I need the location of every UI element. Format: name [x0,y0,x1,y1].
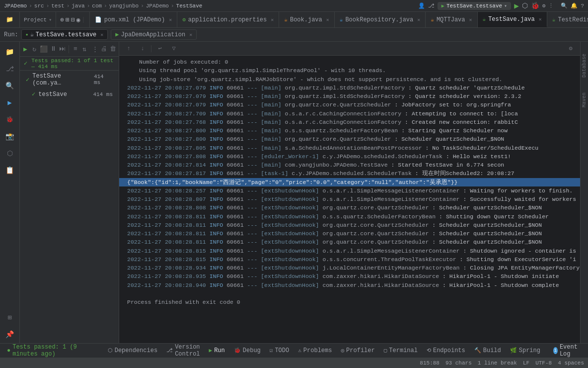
todo-btn[interactable]: ☑ TODO [266,346,293,355]
problems-btn[interactable]: ⚠ Problems [294,346,336,355]
sidebar-icon-folder[interactable]: 📁 [1,44,19,60]
event-log-btn[interactable]: 1 Event Log [549,343,584,359]
user-icon[interactable]: 👤 [418,2,425,9]
status-lf[interactable]: LF [523,360,529,366]
maven-label[interactable]: Maven [582,92,587,107]
sort-button[interactable]: ⇅ [81,43,88,55]
tab-mqtt-java[interactable]: ☕ MQTTJava ✕ [426,12,477,27]
settings-icon[interactable]: ⚙ [542,2,546,9]
help-icon[interactable]: ? [581,3,584,9]
more-options-button[interactable]: ⋮ [92,43,99,55]
run-with-coverage-icon[interactable]: ⬡ [522,1,528,10]
sidebar-icon-run[interactable]: ▶ [1,94,19,110]
terminal-btn[interactable]: ▢ Terminal [380,346,422,355]
pause-button[interactable]: ⏸ [50,43,57,55]
tab-testsave-close[interactable]: ✕ [539,16,542,22]
toolbar-icon-3[interactable]: ⊟ [71,16,75,24]
sidebar-icon-plugin[interactable]: ⬡ [1,145,19,161]
scroll-down-btn[interactable]: ↓ [137,43,148,54]
wrap-btn[interactable]: ↩ [154,43,165,54]
filter-btn[interactable]: ▽ [168,43,179,54]
breadcrumb-src[interactable]: src [34,3,44,9]
dependencies-btn[interactable]: ⬡ Dependencies [104,346,161,355]
tab-testredis[interactable]: ☕ TestRedisTempla... ✕ [547,12,588,27]
sidebar-icon-grid[interactable]: ⊞ [1,309,19,325]
tab-book-close[interactable]: ✕ [326,17,329,23]
tab-book-repo[interactable]: ☕ BookRepository.java ✕ [335,12,426,27]
status-position[interactable]: 815:88 [420,360,440,366]
notification-icon[interactable]: 🔔 [571,2,578,9]
profiler-btn[interactable]: ◎ Profiler [337,346,378,355]
status-encoding[interactable]: UTF-8 [535,360,552,366]
log-line [119,289,580,298]
breadcrumb-java[interactable]: java [72,3,84,9]
toolbar-icon-4[interactable]: ◉ [76,16,80,24]
sidebar-icon-git[interactable]: 📋 [1,162,19,178]
run-active-tab[interactable]: ● ☕ TestSave.testsave ✕ [21,29,108,40]
toolbar-icons: ⊕ ⊞ ⊟ ◉ | [56,12,90,27]
breadcrumb-jpademo[interactable]: JPADemo [4,3,27,9]
tab-bookrepo-close[interactable]: ✕ [417,17,420,23]
toolbar-icon-2[interactable]: ⊞ [66,16,70,24]
test-item-0[interactable]: ✓ TestSave (com.ya… 414 ms [20,71,119,89]
console-output[interactable]: Number of jobs executed: 0Using thread p… [119,56,580,343]
tab-testsave-java[interactable]: ☕ TestSave.java ✕ [478,12,547,27]
status-lines: 1 line break [478,360,517,366]
search-icon[interactable]: 🔍 [561,2,568,9]
console-right-actions: ⚙ [565,43,576,54]
breadcrumb-jpademo2[interactable]: JPADemo [146,3,169,9]
run-btn[interactable]: ▶ Run [205,346,229,355]
database-label[interactable]: Database [582,54,587,78]
breadcrumb-testsave[interactable]: TestSave [176,3,203,9]
rerun-failed-button[interactable]: ↻ [31,43,38,55]
sidebar-icon-debug[interactable]: 🐞 [1,111,19,127]
breadcrumb-yangjunbo[interactable]: yangjunbo [109,3,139,9]
sidebar-icon-commit[interactable]: ⎇ [1,61,19,77]
print-button[interactable]: 🖨 [101,43,108,55]
tree-view-button[interactable]: ≡ [72,43,79,55]
project-tab[interactable]: Project ▾ [20,12,56,27]
endpoints-btn[interactable]: ⟲ Endpoints [423,346,469,355]
build-btn[interactable]: 🔨 Build [470,346,505,355]
tab-mqtt-close[interactable]: ✕ [469,17,472,23]
run-app-tab[interactable]: ▶ JpaDemoApplication ✕ [111,29,197,40]
test-item-1[interactable]: ✓ testSave 414 ms [20,89,119,100]
debug-button[interactable]: 🐞 [531,1,539,10]
run-tab-close[interactable]: ✕ [100,32,103,38]
sidebar-icon-search[interactable]: 🔍 [1,78,19,93]
toolbar-icon-1[interactable]: ⊕ [60,16,64,24]
delete-button[interactable]: 🗑 [110,43,117,55]
problems-label: Problems [303,347,332,354]
scroll-up-btn[interactable]: ↑ [123,43,134,54]
breadcrumb-test[interactable]: test [51,3,64,9]
debug-btn[interactable]: 🐞 Debug [230,346,265,355]
more-icon[interactable]: ⋮ [548,2,554,9]
status-test-indicator[interactable]: ● Tests passed: 1 (9 minutes ago) [4,343,103,359]
log-line: 2022-11-27 20:08:28.808 INFO 60661 --- [… [119,203,580,212]
run-button[interactable]: ▶ [514,1,519,11]
test-status-text: Tests passed: 1 of 1 test — 414 ms [31,58,115,70]
step-button[interactable]: ⏭ [59,43,66,55]
run-app-close[interactable]: ✕ [189,32,192,38]
rerun-button[interactable]: ▶ [22,43,29,55]
sidebar-icon-pin[interactable]: 📌 [1,326,19,342]
tab-mqtt-label: MQTTJava [437,16,465,23]
project-icon[interactable]: 📁 [0,12,20,27]
status-spaces[interactable]: 4 spaces [558,360,584,366]
log-line: 2022-11-27 20:08:28.811 INFO 60661 --- [… [119,221,580,229]
log-line: 2022-11-27 20:08:27.817 INFO 60661 --- [… [119,169,580,178]
tab-pom-close[interactable]: ✕ [169,17,172,23]
breadcrumb-com[interactable]: com [92,3,102,9]
version-control-btn[interactable]: ⎇ Version Control [162,343,204,359]
spring-btn[interactable]: 🌿 Spring [506,346,544,355]
tab-pom-xml[interactable]: 📄 pom.xml (JPADemo) ✕ [90,12,177,27]
tab-app-properties[interactable]: ⚙ application.properties ✕ [177,12,279,27]
run-config-selector[interactable]: ▶ TestSave.testsave ▾ [438,2,511,10]
tab-app-close[interactable]: ✕ [271,17,274,23]
log-line: Process finished with exit code 0 [119,298,580,306]
stop-button[interactable]: ⬛ [40,43,48,55]
sidebar-icon-camera[interactable]: 📸 [1,128,19,144]
settings-btn[interactable]: ⚙ [565,43,576,54]
tab-book-java[interactable]: ☕ Book.java ✕ [279,12,334,27]
vcs-icon[interactable]: ⎇ [428,2,435,9]
